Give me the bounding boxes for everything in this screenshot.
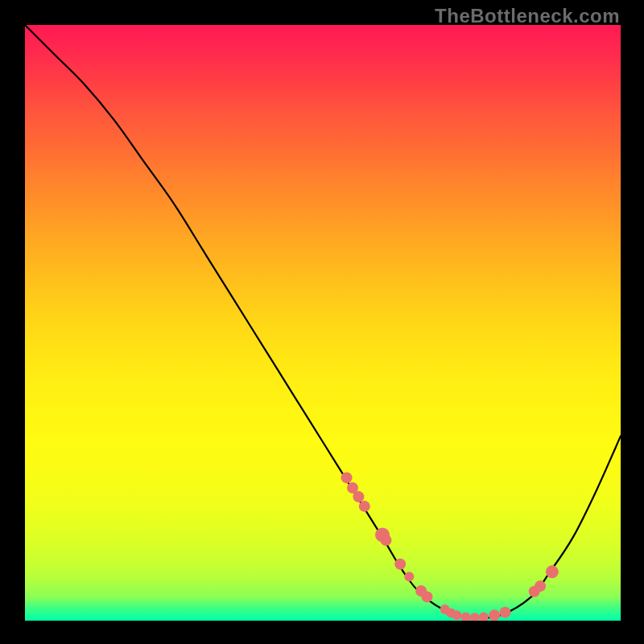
marker-dot [341, 472, 353, 483]
watermark-text: TheBottleneck.com [435, 5, 620, 27]
marker-dot [359, 501, 370, 512]
marker-dot [535, 580, 546, 592]
marker-dot [499, 607, 510, 618]
chart-canvas: TheBottleneck.com [0, 0, 644, 644]
marker-dot [380, 535, 391, 546]
marker-dot [394, 559, 406, 570]
plot-area [25, 25, 621, 621]
chart-svg [25, 25, 621, 621]
marker-dot [404, 572, 414, 581]
marker-dot [546, 565, 559, 578]
marker-dot [489, 609, 500, 621]
marker-dots [341, 472, 559, 621]
marker-dot [461, 613, 471, 621]
marker-dot [422, 591, 433, 602]
marker-dot [479, 613, 489, 621]
marker-dot [470, 613, 480, 621]
marker-dot [452, 610, 462, 620]
marker-dot [353, 491, 364, 502]
bottleneck-curve [25, 25, 621, 618]
